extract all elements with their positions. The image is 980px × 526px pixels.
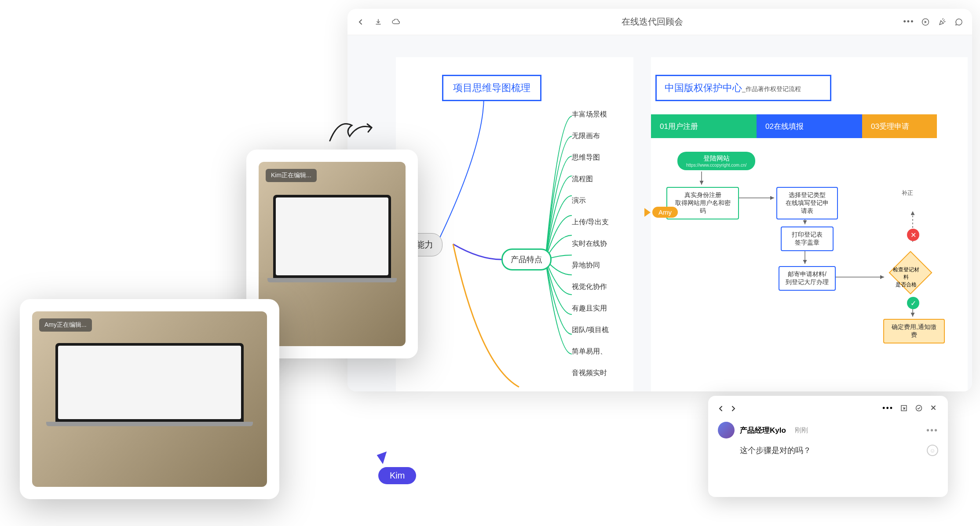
leaf-item[interactable]: 演示 (572, 196, 609, 205)
leaf-item[interactable]: 异地协同 (572, 261, 609, 270)
flow-box-print[interactable]: 打印登记表 签字盖章 (781, 226, 834, 251)
editor-thumbnail-amy: Amy正在编辑... (20, 299, 279, 499)
toolbar: 在线迭代回顾会 ••• (347, 9, 972, 35)
leaf-item[interactable]: 丰富场景模 (572, 110, 609, 119)
resolve-icon[interactable] (915, 405, 923, 413)
leaf-item[interactable]: 上传/导出支 (572, 218, 609, 227)
flow-box-line: 在线填写登记申请表 (783, 199, 831, 215)
flowchart-title-main: 中国版权保护中心 (665, 82, 742, 93)
flow-diamond-check[interactable]: 检查登记材料 是否合格 (889, 251, 932, 295)
comment-popup: ••• 产品经理Kylo 刚刚 ••• 这个步骤是对的吗？ ☺ (708, 396, 948, 497)
editing-badge: Kim正在编辑... (266, 169, 317, 182)
cursor-label: Amy (652, 207, 678, 218)
leaf-item[interactable]: 简单易用、 (572, 347, 609, 356)
comment-item-more-icon[interactable]: ••• (926, 425, 938, 435)
leaf-item[interactable]: 无限画布 (572, 132, 609, 141)
mindmap-feature-node[interactable]: 产品特点 (501, 248, 552, 270)
download-icon[interactable] (374, 18, 383, 26)
flow-start-url: https://www.ccopyright.com.cn/ (686, 163, 746, 168)
document-title: 在线迭代回顾会 (400, 16, 904, 28)
main-app-window: 在线迭代回顾会 ••• (347, 9, 972, 391)
flow-correction-label: 补正 (902, 189, 913, 197)
leaf-item[interactable]: 思维导图 (572, 153, 609, 162)
back-icon[interactable] (356, 18, 365, 26)
photo-content: Amy正在编辑... (32, 311, 267, 487)
comment-body: 这个步骤是对的吗？ ☺ (718, 445, 938, 456)
leaf-item[interactable]: 团队/项目梳 (572, 325, 609, 335)
flow-column-headers: 01用户注册 02在线填报 03受理申请 (651, 114, 937, 138)
flow-box-mail[interactable]: 邮寄申请材料/ 到登记大厅办理 (779, 266, 836, 291)
cloud-icon[interactable] (391, 18, 400, 26)
leaf-item[interactable]: 流程图 (572, 175, 609, 184)
leaf-item[interactable]: 视觉化协作 (572, 282, 609, 292)
cursor-pointer-icon (644, 208, 651, 217)
flow-error-icon: ✕ (907, 229, 919, 241)
emoji-reaction-icon[interactable]: ☺ (927, 445, 938, 456)
leaf-item[interactable]: 实时在线协 (572, 239, 609, 248)
flow-box-line: 取得网站用户名和密码 (673, 199, 732, 215)
flow-col-1: 01用户注册 (651, 114, 757, 138)
flow-start-label: 登陆网站 (703, 154, 730, 162)
cursor-label: Kim (378, 467, 416, 484)
editing-badge: Amy正在编辑... (39, 318, 92, 332)
flow-col-3: 03受理申请 (862, 114, 937, 138)
cursor-pointer-icon (377, 452, 391, 465)
comment-timestamp: 刚刚 (795, 426, 808, 435)
flow-box-line: 邮寄申请材料/ (786, 270, 829, 278)
flow-box-line: 真实身份注册 (673, 191, 732, 199)
mindmap-leaves: 丰富场景模 无限画布 思维导图 流程图 演示 上传/导出支 实时在线协 异地协同… (572, 110, 609, 390)
comment-username: 产品经理Kylo (740, 425, 786, 435)
avatar (718, 422, 735, 438)
close-icon[interactable] (930, 405, 938, 413)
comment-more-icon[interactable]: ••• (882, 404, 893, 413)
flow-box-select[interactable]: 选择登记类型 在线填写登记申请表 (776, 187, 838, 219)
flowchart-title[interactable]: 中国版权保护中心_作品著作权登记流程 (655, 75, 831, 101)
flow-box-line: 到登记大厅办理 (786, 278, 829, 286)
laptop-icon (273, 195, 391, 305)
collaborator-cursor-amy: Amy (644, 207, 678, 218)
play-icon[interactable] (921, 18, 930, 26)
chat-icon[interactable] (954, 18, 963, 26)
laptop-icon (55, 343, 243, 448)
flow-box-line: 选择登记类型 (783, 191, 831, 199)
flow-box-line: 打印登记表 (788, 231, 826, 239)
flow-diamond-line: 是否合格 (892, 281, 921, 289)
leaf-item[interactable]: 有趣且实用 (572, 304, 609, 313)
celebrate-icon[interactable] (938, 18, 947, 26)
collaborator-cursor-kim: Kim (378, 453, 416, 484)
leaf-item[interactable]: 音视频实时 (572, 369, 609, 378)
comment-header: ••• (718, 404, 938, 413)
flow-box-line: 确定费用,通知缴费 (890, 323, 938, 339)
flow-col-2: 02在线填报 (757, 114, 862, 138)
next-comment-icon[interactable] (730, 405, 736, 412)
flow-start-node[interactable]: 登陆网站 https://www.ccopyright.com.cn/ (677, 152, 755, 170)
comment-text: 这个步骤是对的吗？ (740, 445, 811, 456)
flow-success-icon: ✓ (907, 297, 919, 309)
expand-icon[interactable] (900, 405, 908, 413)
arrow-swoop-icon (325, 114, 378, 150)
canvas[interactable]: 项目思维导图梳理 ix产品能力 产品特点 丰富场景模 无限画布 思维导图 流程图… (347, 35, 972, 391)
mindmap-panel: 项目思维导图梳理 ix产品能力 产品特点 丰富场景模 无限画布 思维导图 流程图… (396, 57, 633, 391)
flow-box-line: 签字盖章 (788, 239, 826, 247)
flowchart-panel: 中国版权保护中心_作品著作权登记流程 01用户注册 02在线填报 03受理申请 (651, 57, 968, 391)
comment-user-row: 产品经理Kylo 刚刚 ••• (718, 422, 938, 438)
photo-content: Kim正在编辑... (259, 162, 406, 346)
more-icon[interactable]: ••• (904, 18, 913, 26)
flowchart-title-sub: _作品著作权登记流程 (742, 85, 801, 92)
flow-box-fee[interactable]: 确定费用,通知缴费 (883, 319, 945, 343)
mindmap-title[interactable]: 项目思维导图梳理 (442, 75, 541, 101)
flow-diamond-line: 检查登记材料 (892, 266, 921, 281)
prev-comment-icon[interactable] (718, 405, 724, 412)
